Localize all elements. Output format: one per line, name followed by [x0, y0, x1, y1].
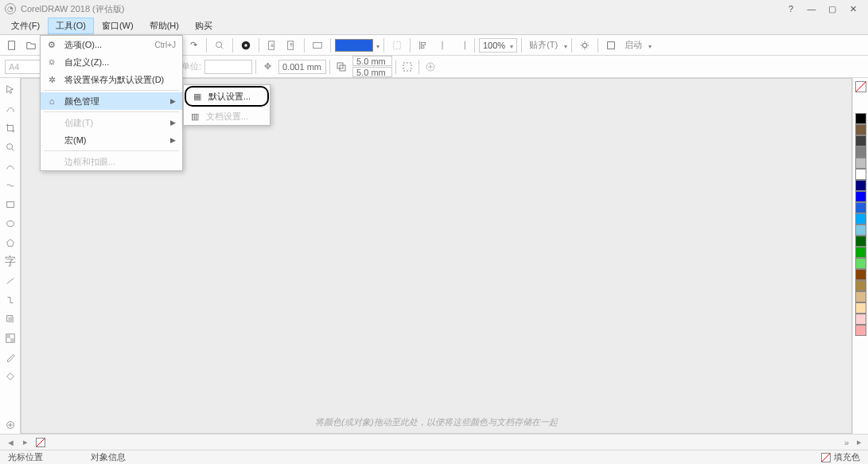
page-back-button[interactable]: ◄	[6, 438, 15, 447]
palette-swatch[interactable]	[855, 291, 866, 302]
svg-rect-13	[394, 41, 401, 49]
new-doc-button[interactable]	[3, 37, 21, 54]
palette-swatch[interactable]	[855, 269, 866, 280]
snap-to-label: 贴齐(T)	[526, 39, 561, 51]
palette-swatch[interactable]	[855, 280, 866, 291]
menu-color-management[interactable]: ⌂ 颜色管理 ▶	[41, 92, 182, 110]
palette-swatch[interactable]	[855, 180, 866, 191]
palette-swatch[interactable]	[855, 124, 866, 135]
palette-swatch[interactable]	[855, 213, 866, 224]
scroll-right-button[interactable]: »	[844, 438, 849, 447]
fill-swatch[interactable]	[335, 39, 373, 52]
no-color-swatch[interactable]	[855, 81, 866, 92]
import-button[interactable]	[263, 37, 281, 54]
search-button[interactable]	[211, 37, 228, 54]
palette-swatch[interactable]	[855, 258, 866, 269]
export-button[interactable]	[282, 37, 300, 54]
menu-buy[interactable]: 购买	[187, 18, 220, 34]
duplicate-x-field[interactable]: 5.0 mm	[352, 56, 392, 66]
minimize-button[interactable]: —	[801, 2, 822, 16]
options-gear-button[interactable]	[576, 37, 594, 54]
page-forward-button[interactable]: ▸	[23, 437, 28, 447]
transparency-tool[interactable]	[2, 329, 19, 347]
align-left-button[interactable]	[415, 37, 432, 54]
palette-swatch[interactable]	[855, 236, 866, 247]
page-size-combo[interactable]: A4	[5, 60, 43, 74]
snap-to-dropdown[interactable]	[562, 41, 567, 50]
palette-swatch[interactable]	[855, 314, 866, 325]
palette-swatch[interactable]	[855, 247, 866, 258]
redo-button[interactable]: ↷	[185, 37, 202, 54]
text-tool[interactable]: 字	[2, 253, 19, 271]
eyedropper-tool[interactable]	[2, 349, 19, 366]
menu-window[interactable]: 窗口(W)	[94, 18, 142, 34]
svg-rect-20	[608, 41, 615, 49]
zoom-combo[interactable]: 100%	[479, 38, 517, 53]
drop-shadow-tool[interactable]	[2, 310, 19, 328]
menu-options[interactable]: ⚙ 选项(O)... Ctrl+J	[41, 36, 182, 53]
maximize-button[interactable]: ▢	[822, 2, 843, 16]
align-center-button[interactable]	[434, 37, 451, 54]
shape-tool[interactable]	[2, 100, 19, 118]
no-fill-indicator[interactable]	[36, 438, 45, 447]
palette-swatch[interactable]	[855, 169, 866, 180]
palette-swatch[interactable]	[855, 191, 866, 202]
palette-swatch[interactable]	[855, 302, 866, 314]
launch-icon[interactable]	[602, 37, 620, 54]
menu-file[interactable]: 文件(F)	[3, 18, 48, 34]
menu-tools[interactable]: 工具(O)	[48, 18, 94, 34]
svg-rect-42	[10, 338, 14, 342]
palette-swatch[interactable]	[855, 158, 866, 169]
palette-swatch[interactable]	[855, 146, 866, 158]
palette-swatch[interactable]	[855, 202, 866, 213]
rectangle-tool[interactable]	[2, 196, 19, 213]
snap-off-button[interactable]	[388, 37, 406, 54]
submenu-default-settings[interactable]: ▦ 默认设置...	[186, 88, 267, 105]
artistic-media-tool[interactable]	[2, 177, 19, 194]
units-label: 单位:	[181, 60, 201, 72]
palette-swatch[interactable]	[855, 325, 866, 336]
treat-as-filled-button[interactable]	[399, 59, 415, 75]
svg-point-9	[244, 44, 247, 47]
units-combo[interactable]	[204, 60, 252, 74]
submenu-arrow-icon: ▶	[170, 97, 176, 105]
svg-point-32	[6, 144, 12, 150]
menu-save-as-default[interactable]: ✲ 将设置保存为默认设置(D)	[41, 71, 182, 88]
zoom-tool[interactable]	[2, 138, 19, 156]
document-nav-bar: ◄ ▸ » ▸	[0, 434, 868, 450]
polygon-tool[interactable]	[2, 234, 19, 251]
ellipse-tool[interactable]	[2, 215, 19, 232]
person-gear-icon: ⛭	[45, 57, 58, 67]
svg-line-33	[11, 149, 14, 151]
pick-tool[interactable]	[2, 81, 19, 99]
open-doc-button[interactable]	[22, 37, 40, 54]
close-button[interactable]: ✕	[843, 2, 863, 16]
settings-icon: ▦	[191, 92, 204, 102]
palette-swatch[interactable]	[855, 224, 866, 236]
palette-swatch[interactable]	[855, 113, 866, 124]
crop-tool[interactable]	[2, 119, 19, 137]
fill-indicator-icon	[821, 453, 831, 462]
freehand-tool[interactable]	[2, 158, 19, 175]
duplicate-y-field[interactable]: 5.0 mm	[352, 67, 392, 77]
quick-customize-button[interactable]	[2, 416, 19, 434]
target-icon[interactable]	[237, 37, 255, 54]
zoom-value: 100%	[483, 41, 505, 50]
publish-button[interactable]	[309, 37, 326, 54]
fill-swatch-dropdown[interactable]	[375, 41, 380, 50]
help-button[interactable]: ?	[780, 2, 801, 16]
menu-help[interactable]: 帮助(H)	[142, 18, 187, 34]
palette-swatch[interactable]	[855, 135, 866, 146]
parallel-dimension-tool[interactable]	[2, 272, 19, 290]
svg-rect-0	[9, 41, 15, 49]
menu-customize[interactable]: ⛭ 自定义(Z)...	[41, 53, 182, 71]
align-right-button[interactable]	[453, 37, 470, 54]
connector-tool[interactable]	[2, 291, 19, 309]
app-logo-icon: ◔	[5, 3, 16, 14]
launch-dropdown[interactable]	[647, 41, 652, 50]
menu-macros[interactable]: 宏(M) ▶	[41, 131, 182, 149]
add-preset-button[interactable]	[422, 59, 438, 75]
nudge-field[interactable]: 0.001 mm	[278, 60, 326, 74]
palette-options-button[interactable]: ▸	[857, 437, 862, 447]
fill-tool[interactable]	[2, 368, 19, 385]
